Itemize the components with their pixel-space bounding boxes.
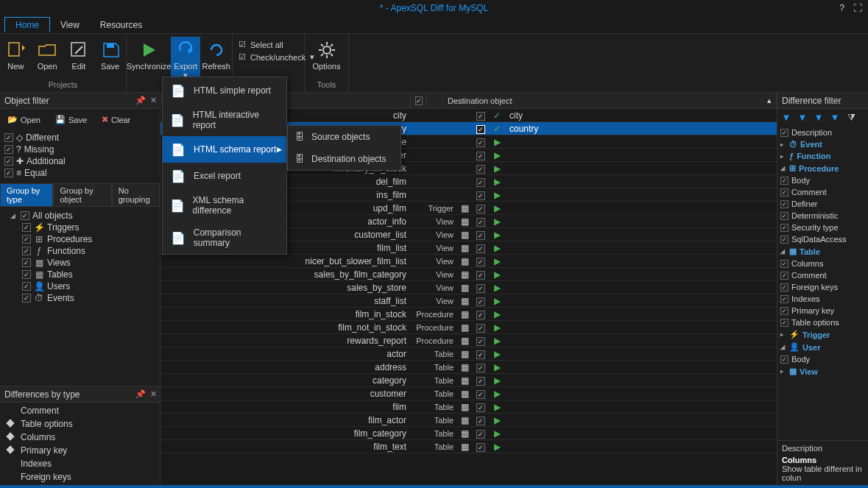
open-button[interactable]: Open [32,37,63,74]
df-item[interactable]: Deterministic [777,210,868,222]
maximize-icon[interactable]: ⛶ [853,3,862,13]
group-tab[interactable]: Group by type [0,183,53,207]
menu-home[interactable]: Home [4,17,50,32]
df-section-header[interactable]: ◢⊞Procedure [777,162,868,174]
tree-label[interactable]: Functions [47,246,85,256]
group-tab[interactable]: No grouping [112,183,160,207]
table-row[interactable]: film_actorTable▦▶ [160,414,777,427]
table-row[interactable]: actorTable▦▶ [160,347,777,361]
description-checkbox[interactable] [780,129,788,137]
row-checkbox[interactable] [476,258,485,266]
export-menu-item[interactable]: 📄HTML schema report▶ [163,136,286,163]
df-item[interactable]: Table options [777,317,868,328]
diff-type-item[interactable]: Indexes [3,457,157,470]
row-checkbox[interactable] [476,231,485,240]
save-button[interactable]: Save [94,37,126,74]
row-checkbox[interactable] [476,271,485,280]
synchronize-button[interactable]: Synchronize [127,37,171,74]
df-checkbox[interactable] [780,295,788,303]
row-checkbox[interactable] [476,165,485,174]
row-checkbox[interactable] [476,311,485,319]
table-row[interactable]: filmTable▦▶ [160,400,777,414]
tree-label[interactable]: Users [47,281,70,291]
row-checkbox[interactable] [476,403,485,412]
check-uncheck-button[interactable]: ☑Check/uncheck ▾ [239,52,298,62]
funnel-icon[interactable]: ⧩ [845,112,857,124]
df-checkbox[interactable] [780,188,788,197]
export-menu-item[interactable]: 📄HTML interactive report [163,104,286,136]
export-button[interactable]: Export ▾ [171,37,200,82]
tree-label[interactable]: Events [47,293,74,303]
df-section-header[interactable]: ▸⚡Trigger [777,328,868,341]
df-item[interactable]: Security type [777,222,868,233]
filter-icon[interactable]: ▼ [797,112,808,124]
dest-column-header[interactable]: Destination object▴ [443,93,777,108]
menu-resources[interactable]: Resources [90,18,152,32]
df-checkbox[interactable] [780,283,788,291]
row-checkbox[interactable] [476,178,485,187]
pin-icon[interactable]: 📌 [135,96,146,105]
row-checkbox[interactable] [476,443,485,452]
row-checkbox[interactable] [476,218,485,227]
row-checkbox[interactable] [476,138,485,147]
df-checkbox[interactable] [780,260,788,268]
table-row[interactable]: rewards_reportProcedure▦▶ [160,334,777,347]
state-checkbox[interactable] [4,157,13,166]
row-checkbox[interactable] [476,205,485,213]
table-row[interactable]: addressTable▦▶ [160,361,777,374]
row-checkbox[interactable] [476,112,485,121]
filter-icon[interactable]: ▼ [780,112,792,124]
group-tab[interactable]: Group by object [53,183,111,207]
df-checkbox[interactable] [780,272,788,280]
df-item[interactable]: Columns [777,258,868,269]
df-section-header[interactable]: ▸▦View [777,365,868,378]
row-checkbox[interactable] [476,350,485,359]
row-checkbox[interactable] [476,125,485,134]
df-section-header[interactable]: ▸ƒFunction [777,150,868,162]
export-menu-item[interactable]: 📄Excel report [163,163,286,189]
export-menu-item[interactable]: 📄HTML simple report [163,77,286,104]
filter-icon[interactable]: ▼ [829,112,841,124]
new-button[interactable]: New [0,37,32,74]
pin-icon[interactable]: 📌 [135,389,146,399]
df-item[interactable]: Primary key [777,305,868,317]
df-checkbox[interactable] [780,224,788,232]
tree-checkbox[interactable] [22,270,31,279]
diff-type-item[interactable]: Primary key [3,444,157,457]
refresh-button[interactable]: Refresh [200,37,232,74]
row-checkbox[interactable] [476,430,485,439]
df-section-header[interactable]: ▸⏱Event [777,138,868,150]
row-checkbox[interactable] [476,377,485,386]
df-item[interactable]: Foreign keys [777,281,868,293]
filter-icon[interactable]: ▼ [813,112,825,124]
table-row[interactable]: customerTable▦▶ [160,387,777,400]
row-checkbox[interactable] [476,337,485,346]
row-checkbox[interactable] [476,244,485,253]
export-menu-item[interactable]: 📄Comparison summary [163,222,286,254]
tree-label[interactable]: Views [47,258,71,268]
df-section-header[interactable]: ◢▦Table [777,245,868,258]
df-item[interactable]: Comment [777,269,868,281]
close-icon[interactable]: ✕ [150,96,157,105]
check-all-source[interactable] [415,96,423,105]
row-checkbox[interactable] [476,364,485,372]
help-icon[interactable]: ? [839,3,844,13]
export-submenu-item[interactable]: 🗄Destination objects [288,148,401,170]
df-checkbox[interactable] [780,177,788,185]
table-row[interactable]: film_categoryTable▦▶ [160,427,777,440]
row-checkbox[interactable] [476,297,485,306]
df-checkbox[interactable] [780,319,788,327]
close-icon[interactable]: ✕ [150,389,157,399]
row-checkbox[interactable] [476,191,485,200]
state-checkbox[interactable] [4,133,13,142]
table-row[interactable]: categoryTable▦▶ [160,374,777,387]
df-item[interactable]: Definer [777,198,868,210]
table-row[interactable]: sales_by_storeView▦▶ [160,281,777,294]
df-item[interactable]: Comment [777,186,868,198]
filter-save-button[interactable]: 💾Save [51,113,91,126]
table-row[interactable]: film_in_stockProcedure▦▶ [160,308,777,321]
row-checkbox[interactable] [476,152,485,160]
export-submenu-item[interactable]: 🗄Source objects [288,126,401,148]
diff-type-item[interactable]: Comment [3,404,157,417]
tree-checkbox[interactable] [22,258,31,267]
